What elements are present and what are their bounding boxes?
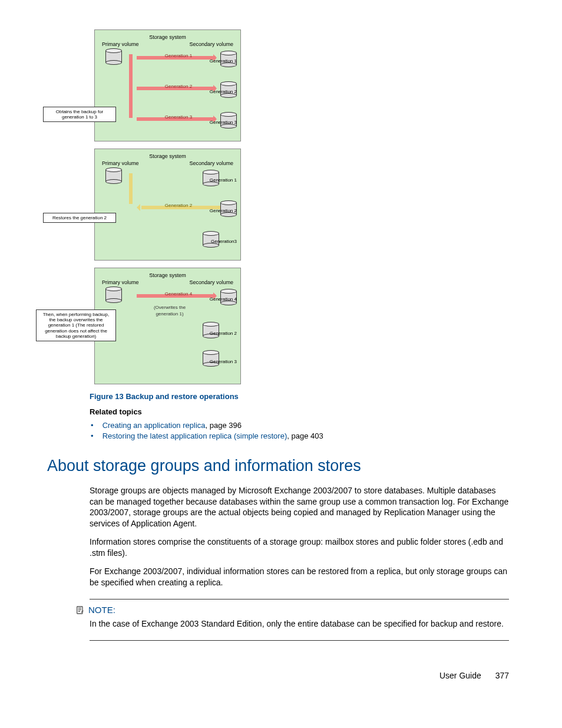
paragraph: For Exchange 2003/2007, individual infor… <box>90 566 509 588</box>
diagram-overwrite: Storage system Primary volume Secondary … <box>94 268 241 384</box>
note-text: In the case of Exchange 2003 Standard Ed… <box>90 618 509 630</box>
primary-volume-cylinder <box>105 168 122 183</box>
related-topics-heading: Related topics <box>90 407 509 417</box>
note-icon <box>75 605 85 615</box>
callout-restore: Restores the generation 2 <box>43 213 116 223</box>
link-restoring-replica[interactable]: Restoring the latest application replica… <box>103 431 287 440</box>
list-item: Restoring the latest application replica… <box>90 431 509 442</box>
figure-caption: Figure 13 Backup and restore operations <box>90 391 509 402</box>
primary-volume-cylinder <box>105 49 122 64</box>
link-creating-replica[interactable]: Creating an application replica <box>103 421 206 430</box>
callout-overwrite: Then, when performing backup, the backup… <box>36 309 116 341</box>
page-footer: User Guide 377 <box>47 670 509 681</box>
paragraph: Storage groups are objects managed by Mi… <box>90 485 509 530</box>
figure-diagrams: Storage system Primary volume Secondary … <box>94 29 509 384</box>
divider <box>90 640 509 641</box>
related-topics-list: Creating an application replica, page 39… <box>90 420 509 441</box>
primary-volume-cylinder <box>105 287 122 302</box>
divider <box>90 599 509 599</box>
diagram-backup: Storage system Primary volume Secondary … <box>94 29 241 141</box>
page-number: 377 <box>495 671 509 680</box>
list-item: Creating an application replica, page 39… <box>90 420 509 431</box>
callout-obtain-backup: Obtains the backup for generation 1 to 3 <box>43 107 116 122</box>
footer-label: User Guide <box>439 671 481 680</box>
note-heading: NOTE: <box>75 604 509 616</box>
section-heading: About storage groups and information sto… <box>47 455 509 476</box>
paragraph: Information stores comprise the constitu… <box>90 536 509 559</box>
diagram-restore: Storage system Primary volume Secondary … <box>94 149 241 261</box>
